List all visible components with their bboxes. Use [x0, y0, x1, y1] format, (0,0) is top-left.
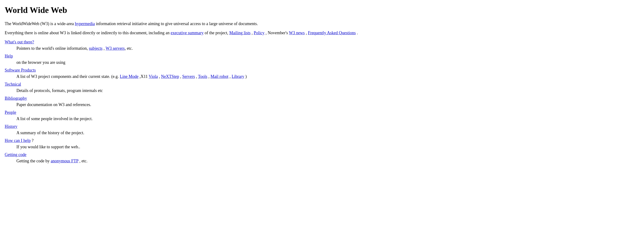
- history-link[interactable]: History: [5, 124, 17, 129]
- hypermedia-link[interactable]: hypermedia: [75, 21, 95, 26]
- servers-link[interactable]: Servers: [182, 74, 195, 79]
- intro1-rest: information retrieval initiative aiming …: [95, 21, 258, 26]
- list-item-desc: If you would like to support the web..: [16, 144, 639, 150]
- software-products-link[interactable]: Software Products: [5, 68, 36, 72]
- whats-out-there-link[interactable]: What's out there?: [5, 40, 34, 44]
- list-item: People: [5, 109, 639, 116]
- mailing-lists-link[interactable]: Mailing lists: [229, 30, 251, 35]
- list-item-desc: A list of W3 project components and thei…: [16, 74, 639, 80]
- list-item: Software Products: [5, 67, 639, 74]
- intro2-mid3: , November's: [264, 30, 289, 35]
- executive-summary-link[interactable]: executive summary: [170, 30, 204, 35]
- list-item: Help: [5, 53, 639, 59]
- list-item-desc: Pointers to the world's online informati…: [16, 45, 639, 52]
- intro-paragraph-2: Everything there is online about W3 is l…: [5, 30, 639, 36]
- w3-news-link[interactable]: W3 news: [289, 30, 305, 35]
- list-item-desc: Paper documentation on W3 and references…: [16, 102, 639, 108]
- intro2-mid4: ,: [305, 30, 308, 35]
- faq-link[interactable]: Frequently Asked Questions: [308, 30, 356, 35]
- list-item: How can I help ?: [5, 138, 639, 144]
- intro2-end: .: [356, 30, 358, 35]
- subjects-link[interactable]: subjects: [89, 46, 102, 51]
- bibliography-link[interactable]: Bibliography: [5, 96, 27, 101]
- list-item: Getting code: [5, 152, 639, 158]
- list-item-desc: Getting the code by anonymous FTP , etc.: [16, 158, 639, 164]
- w3-servers-link[interactable]: W3 servers: [106, 46, 124, 51]
- mail-robot-link[interactable]: Mail robot: [210, 74, 228, 79]
- how-can-help-suffix: ?: [30, 138, 34, 143]
- list-item: Technical: [5, 81, 639, 88]
- list-item-desc: Details of protocols, formats, program i…: [16, 88, 639, 94]
- page-title: World Wide Web: [5, 4, 639, 16]
- list-item: Bibliography: [5, 95, 639, 102]
- list-item: History: [5, 124, 639, 130]
- intro2-start: Everything there is online about W3 is l…: [5, 30, 170, 35]
- intro1-text: The WorldWideWeb (W3) is a wide-area: [5, 21, 75, 26]
- technical-link[interactable]: Technical: [5, 82, 21, 86]
- people-link[interactable]: People: [5, 110, 16, 115]
- getting-code-link[interactable]: Getting code: [5, 152, 26, 157]
- nextstep-link[interactable]: NeXTStep: [161, 74, 179, 79]
- tools-link[interactable]: Tools: [198, 74, 208, 79]
- list-item: What's out there?: [5, 39, 639, 45]
- policy-link[interactable]: Policy: [254, 30, 264, 35]
- list-item-desc: A summary of the history of the project.: [16, 130, 639, 136]
- library-link[interactable]: Library: [232, 74, 244, 79]
- intro2-mid2: ,: [250, 30, 254, 35]
- list-item-desc: A list of some people involved in the pr…: [16, 116, 639, 122]
- main-list: What's out there? Pointers to the world'…: [5, 39, 639, 164]
- list-item-desc: on the browser you are using: [16, 59, 639, 66]
- anonymous-ftp-link[interactable]: anonymous FTP: [51, 158, 78, 163]
- intro2-mid1: of the project,: [204, 30, 229, 35]
- line-mode-link[interactable]: Line Mode: [120, 74, 138, 79]
- how-can-i-help-link[interactable]: How can I help: [5, 138, 30, 143]
- viola-link[interactable]: Viola: [149, 74, 158, 79]
- help-link[interactable]: Help: [5, 54, 13, 58]
- intro-paragraph-1: The WorldWideWeb (W3) is a wide-area hyp…: [5, 21, 639, 27]
